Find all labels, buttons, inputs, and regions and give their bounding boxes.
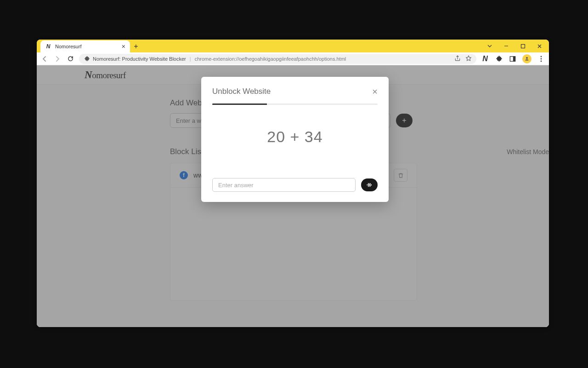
nomoresurf-extension-icon[interactable]: N (481, 55, 489, 63)
tab-strip: N Nomoresurf × + (37, 40, 549, 52)
browser-window: N Nomoresurf × + (37, 40, 549, 327)
address-bar[interactable]: Nomoresurf: Productivity Website Blocker… (79, 54, 476, 64)
modal-title: Unblock Website (212, 87, 271, 96)
omnibox-url: chrome-extension://oefhegoahikigaopgiinf… (195, 56, 346, 62)
unblock-modal: Unblock Website × 20 + 34 (201, 77, 389, 202)
close-icon[interactable]: × (372, 87, 378, 96)
tabs-dropdown-icon[interactable] (486, 42, 494, 50)
svg-point-4 (541, 56, 542, 57)
svg-point-6 (541, 60, 542, 62)
toolbar-right: N (481, 54, 545, 63)
svg-rect-1 (521, 44, 525, 48)
math-challenge: 20 + 34 (212, 128, 378, 146)
page-content: Nomoresurf Add Website + Block List Whit… (37, 65, 549, 327)
answer-input[interactable] (212, 178, 356, 192)
submit-button[interactable] (361, 178, 378, 191)
tab-favicon: N (45, 43, 51, 50)
sidepanel-icon[interactable] (509, 55, 517, 63)
share-icon[interactable] (454, 55, 461, 63)
tab-title: Nomoresurf (55, 44, 118, 49)
reload-button[interactable] (66, 55, 74, 63)
svg-rect-3 (513, 56, 515, 61)
minimize-button[interactable] (502, 42, 510, 50)
omnibox-title: Nomoresurf: Productivity Website Blocker (93, 56, 186, 62)
extensions-icon[interactable] (495, 55, 503, 63)
extension-icon (84, 56, 90, 62)
bookmark-icon[interactable] (465, 55, 472, 63)
svg-point-5 (541, 58, 542, 59)
back-button[interactable] (40, 55, 49, 63)
tab-close-icon[interactable]: × (122, 43, 125, 50)
browser-toolbar: Nomoresurf: Productivity Website Blocker… (37, 52, 549, 65)
close-window-button[interactable] (535, 42, 543, 50)
menu-icon[interactable] (537, 55, 545, 63)
progress-fill (212, 104, 267, 105)
progress-bar (212, 104, 378, 105)
new-tab-button[interactable]: + (130, 40, 142, 52)
forward-button[interactable] (53, 55, 62, 63)
window-controls (486, 40, 546, 52)
browser-tab[interactable]: N Nomoresurf × (40, 40, 130, 52)
profile-avatar[interactable] (522, 54, 531, 63)
maximize-button[interactable] (519, 42, 527, 50)
